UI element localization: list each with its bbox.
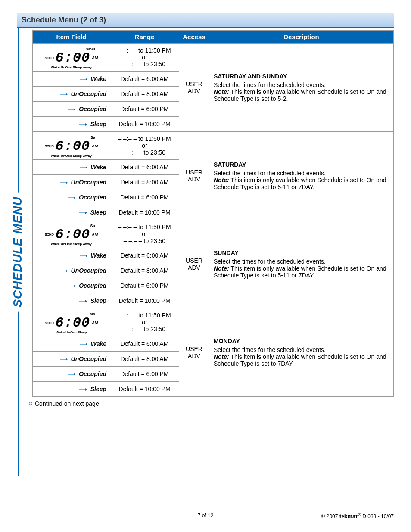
- range-default: Default = 6:00 PM: [110, 102, 179, 117]
- range-default: Default = 6:00 AM: [110, 160, 179, 175]
- sub-item-label: UnOccupied: [71, 179, 106, 186]
- desc-title: SATURDAY: [214, 161, 389, 168]
- schedule-table: Item Field Range Access Description SaSu…: [32, 30, 394, 397]
- sub-item-wake: Wake: [33, 336, 110, 351]
- item-sub-cell: Sleep: [33, 117, 110, 132]
- sub-item-label: Occupied: [79, 106, 106, 112]
- sub-item-sleep: Sleep: [33, 205, 110, 220]
- sub-item-label: UnOccupied: [71, 267, 106, 274]
- desc-title: SUNDAY: [214, 249, 389, 256]
- desc-note: Note: This item is only available when S…: [214, 177, 389, 190]
- item-sub-cell: Wake: [33, 160, 110, 175]
- item-sub-cell: Occupied: [33, 102, 110, 117]
- range-default: Default = 8:00 AM: [110, 263, 179, 278]
- svg-marker-1: [86, 78, 87, 81]
- sub-item-unoccupied: UnOccupied: [33, 352, 110, 366]
- lcd-display: Sa SCHD 6:00 AM Wake UnOcc Sleep Away: [33, 132, 110, 159]
- page-number: 7 of 12: [198, 513, 214, 519]
- item-sub-cell: UnOccupied: [33, 175, 110, 190]
- description-cell: MONDAY Select the times for the schedule…: [209, 308, 394, 397]
- sub-item-label: Sleep: [90, 386, 106, 392]
- sub-item-wake: Wake: [33, 72, 110, 86]
- desc-note: Note: This item is only available when S…: [214, 353, 389, 367]
- arrow-icon: [60, 179, 68, 186]
- description-cell: SUNDAY Select the times for the schedule…: [209, 220, 394, 308]
- table-row: Mo SCHD 6:00 AM Wake UnOcc Sleep – –:– –…: [33, 308, 394, 336]
- table-row: SaSu SCHD 6:00 AM Wake UnOcc Sleep Away …: [33, 44, 394, 72]
- desc-select: Select the times for the scheduled event…: [214, 346, 389, 353]
- arrow-icon: [68, 106, 75, 112]
- svg-marker-11: [66, 181, 68, 184]
- svg-marker-9: [86, 166, 87, 169]
- lcd-modes: Wake UnOcc Sleep Away: [34, 154, 108, 158]
- content-area: SCHEDULE MENU Item Field Range Access De…: [18, 28, 394, 476]
- sub-item-label: Occupied: [79, 370, 106, 377]
- sub-item-label: Sleep: [90, 121, 106, 128]
- svg-marker-23: [85, 300, 87, 302]
- range-default: Default = 8:00 AM: [110, 87, 179, 102]
- header-access: Access: [179, 31, 209, 44]
- svg-marker-13: [74, 196, 75, 199]
- lcd-time: 6:00: [55, 51, 90, 65]
- item-lcd-cell: SaSu SCHD 6:00 AM Wake UnOcc Sleep Away: [33, 44, 110, 72]
- page-footer: 7 of 12 © 2007 tekmar® D 033 - 10/07: [17, 510, 394, 520]
- arrow-icon: [60, 267, 68, 274]
- sub-item-sleep: Sleep: [33, 117, 110, 131]
- lcd-schd-label: SCHD: [45, 56, 54, 60]
- sub-item-label: Occupied: [79, 282, 106, 289]
- sub-item-label: Sleep: [90, 297, 106, 304]
- range-default: Default = 6:00 PM: [110, 190, 179, 205]
- item-sub-cell: UnOccupied: [33, 263, 110, 278]
- sub-item-wake: Wake: [33, 248, 110, 263]
- item-sub-cell: Wake: [33, 72, 110, 87]
- lcd-time: 6:00: [55, 228, 90, 242]
- header-desc: Description: [209, 31, 394, 44]
- sub-item-label: Sleep: [90, 209, 106, 216]
- arrow-icon: [80, 340, 87, 347]
- svg-marker-3: [66, 93, 68, 96]
- svg-marker-7: [85, 123, 87, 126]
- item-sub-cell: Wake: [33, 248, 110, 263]
- header-item: Item Field: [33, 31, 110, 44]
- svg-marker-31: [85, 388, 87, 391]
- lcd-ampm: AM: [92, 233, 98, 236]
- item-lcd-cell: Mo SCHD 6:00 AM Wake UnOcc Sleep: [33, 308, 110, 336]
- svg-marker-25: [86, 343, 87, 345]
- access-cell: USERADV: [179, 308, 209, 397]
- arrow-icon: [68, 282, 75, 289]
- svg-marker-29: [74, 373, 75, 376]
- continued-text: Continued on next page.: [35, 400, 101, 407]
- range-default: Default = 10:00 PM: [110, 205, 179, 220]
- lcd-ampm: AM: [92, 56, 98, 60]
- item-sub-cell: Occupied: [33, 367, 110, 382]
- svg-marker-27: [66, 358, 68, 361]
- range-default: Default = 10:00 PM: [110, 117, 179, 132]
- range-default: Default = 6:00 AM: [110, 72, 179, 87]
- sub-item-label: UnOccupied: [71, 355, 106, 362]
- table-row: Sa SCHD 6:00 AM Wake UnOcc Sleep Away – …: [33, 132, 394, 160]
- continued-note: Continued on next page.: [22, 400, 394, 407]
- range-default: Default = 6:00 PM: [110, 278, 179, 293]
- range-default: Default = 8:00 AM: [110, 175, 179, 190]
- range-default: Default = 6:00 AM: [110, 248, 179, 263]
- sub-item-label: Wake: [91, 340, 106, 347]
- lcd-schd-label: SCHD: [45, 145, 54, 148]
- item-sub-cell: Occupied: [33, 190, 110, 205]
- svg-marker-17: [86, 255, 87, 257]
- range-main: – –:– – to 11:50 PM or – –:– – to 23:50: [110, 44, 179, 72]
- sub-item-label: UnOccupied: [71, 90, 106, 97]
- range-default: Default = 10:00 PM: [110, 382, 179, 397]
- range-default: Default = 6:00 PM: [110, 367, 179, 382]
- arrow-icon: [68, 194, 75, 201]
- sub-item-sleep: Sleep: [33, 293, 110, 308]
- range-main: – –:– – to 11:50 PM or – –:– – to 23:50: [110, 132, 179, 160]
- lcd-modes: Wake UnOcc Sleep Away: [34, 66, 108, 69]
- arrow-icon: [80, 252, 87, 259]
- range-default: Default = 8:00 AM: [110, 352, 179, 367]
- desc-select: Select the times for the scheduled event…: [214, 81, 389, 88]
- desc-note: Note: This item is only available when S…: [214, 88, 389, 102]
- access-cell: USERADV: [179, 220, 209, 308]
- item-sub-cell: UnOccupied: [33, 87, 110, 102]
- item-lcd-cell: Su SCHD 6:00 AM Wake UnOcc Sleep Away: [33, 220, 110, 248]
- range-main: – –:– – to 11:50 PM or – –:– – to 23:50: [110, 220, 179, 248]
